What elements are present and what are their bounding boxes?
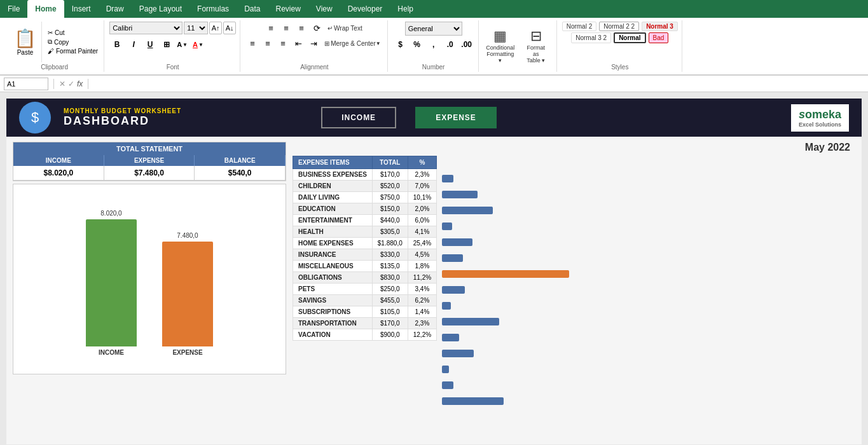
increase-decimal-button[interactable]: .0 [443,38,458,51]
expense-item-total: $440,0 [372,215,408,226]
number-format-select[interactable]: General [405,22,462,36]
expense-bar-visual [442,302,451,310]
total-statement-columns: INCOME EXPENSE BALANCE [13,155,286,166]
cut-button[interactable]: ✂ Cut [46,29,100,37]
align-left-button[interactable]: ≡ [245,37,259,50]
font-row-2: B I U ⊞ A ▼ A ▼ [109,38,205,51]
decrease-decimal-button[interactable]: .00 [459,38,474,51]
left-panel: TOTAL STATEMENT INCOME EXPENSE BALANCE $… [13,142,286,439]
month-label: May 2022 [293,142,855,156]
conditional-formatting-button[interactable]: ▦ ConditionalFormatting ▾ [484,27,517,65]
tab-file[interactable]: File [0,0,27,18]
align-row-1: ≡ ≡ ≡ ⟳ ↵ Wrap Text [264,22,365,34]
font-size-select[interactable]: 11 [184,22,208,34]
underline-button[interactable]: U [142,38,158,51]
tab-insert[interactable]: Insert [64,0,99,18]
tab-data[interactable]: Data [237,0,268,18]
styles-row-2: Normal 3 2 Normal Bad [571,32,668,43]
expense-item-total: $830,0 [372,272,408,284]
tab-review[interactable]: Review [268,0,308,18]
table-row: DAILY LIVING$750,010,1% [293,192,437,203]
brand-name: omeka [805,108,841,121]
expense-item-pct: 25,4% [408,238,436,249]
accounting-button[interactable]: $ [393,38,408,51]
paste-button[interactable]: 📋 Paste [9,22,42,62]
dashboard-logo: $ [19,102,51,134]
wrap-text-button[interactable]: ↵ Wrap Text [325,24,365,33]
style-bad-button[interactable]: Bad [649,32,669,43]
font-grow-button[interactable]: A↑ [209,22,222,34]
style-normal3-button[interactable]: Normal 3 [642,22,678,31]
paste-icon: 📋 [14,28,36,49]
border-button[interactable]: ⊞ [159,38,174,51]
expense-item-total: $750,0 [372,192,408,203]
align-right-button[interactable]: ≡ [276,37,290,50]
font-shrink-button[interactable]: A↓ [223,22,236,34]
style-normal2-button[interactable]: Normal 2 [562,22,597,31]
expense-item-label: SAVINGS [293,295,373,306]
cell-reference-input[interactable] [4,78,48,90]
copy-button[interactable]: ⧉ Copy [46,38,100,46]
expense-bar-visual [442,397,504,405]
tab-home[interactable]: Home [27,0,64,18]
bold-button[interactable]: B [109,38,125,51]
formula-cancel-icon[interactable]: ✕ [59,79,65,88]
brand-sub: Excel Solutions [799,121,841,128]
merge-center-chevron: ▼ [376,41,381,46]
comma-button[interactable]: , [426,38,441,51]
income-bar [86,219,137,346]
expense-bar-visual [442,350,474,357]
fill-color-button[interactable]: A ▼ [176,39,189,50]
increase-indent-button[interactable]: ⇥ [307,37,320,50]
tab-developer[interactable]: Developer [340,0,390,18]
number-format-row2: $ % , .0 .00 [393,38,474,51]
style-normal22-button[interactable]: Normal 2 2 [599,22,639,31]
percent-button[interactable]: % [410,38,425,51]
wrap-text-icon: ↵ [327,25,333,32]
align-top-right-button[interactable]: ≡ [294,22,308,34]
expense-bar-row [442,203,855,218]
expense-nav-button[interactable]: EXPENSE [415,107,497,128]
table-row: EDUCATION$150,02,0% [293,203,437,215]
align-center-button[interactable]: ≡ [261,37,275,50]
chart-inner: 8.020,0 INCOME 7.480,0 EXPENSE [18,189,280,369]
expense-item-pct: 2,3% [408,318,436,329]
expense-item-total: $105,0 [372,306,408,318]
income-nav-button[interactable]: INCOME [321,107,396,128]
ribbon-body: 📋 Paste ✂ Cut ⧉ Copy 🖌 Format Painter [0,18,868,75]
clipboard-group: 📋 Paste ✂ Cut ⧉ Copy 🖌 Format Painter [5,20,104,72]
expense-bar-visual [442,191,478,198]
tab-formulas[interactable]: Formulas [189,0,237,18]
rotate-text-button[interactable]: ⟳ [310,22,324,34]
tab-view[interactable]: View [308,0,340,18]
format-as-table-button[interactable]: ⊟ Format asTable ▾ [520,27,553,65]
font-name-select[interactable]: Calibri [109,22,183,34]
tab-draw[interactable]: Draw [99,0,132,18]
conditional-formatting-icon: ▦ [493,28,507,44]
format-painter-button[interactable]: 🖌 Format Painter [46,47,100,55]
expense-item-label: OBLIGATIONS [293,272,373,284]
formula-fx-icon[interactable]: fx [77,79,83,88]
tab-page-layout[interactable]: Page Layout [132,0,189,18]
style-normal32-button[interactable]: Normal 3 2 [571,32,611,43]
align-top-left-button[interactable]: ≡ [264,22,278,34]
styles-row-1: Normal 2 Normal 2 2 Normal 3 [562,22,678,31]
align-top-center-button[interactable]: ≡ [279,22,293,34]
expense-item-total: $900,0 [372,329,408,341]
decrease-indent-button[interactable]: ⇤ [291,37,305,50]
formula-icons: ✕ ✓ fx [59,79,83,88]
merge-center-button[interactable]: ⊞ Merge & Center ▼ [322,39,383,48]
expense-bar-row [442,314,855,329]
font-color-button[interactable]: A ▼ [191,39,205,50]
format-table-icon: ⊟ [530,28,542,44]
expense-item-total: $1.880,0 [372,238,408,249]
formula-input[interactable] [93,80,864,88]
wrap-text-label: Wrap Text [334,25,362,32]
align-row-2: ≡ ≡ ≡ ⇤ ⇥ ⊞ Merge & Center ▼ [245,37,383,50]
expense-table-body: BUSINESS EXPENSES$170,02,3%CHILDREN$520,… [293,169,437,341]
formula-confirm-icon[interactable]: ✓ [68,79,74,88]
tab-help[interactable]: Help [390,0,421,18]
expense-bar-row [442,362,855,377]
italic-button[interactable]: I [126,38,141,51]
style-normal-button[interactable]: Normal [614,32,645,43]
